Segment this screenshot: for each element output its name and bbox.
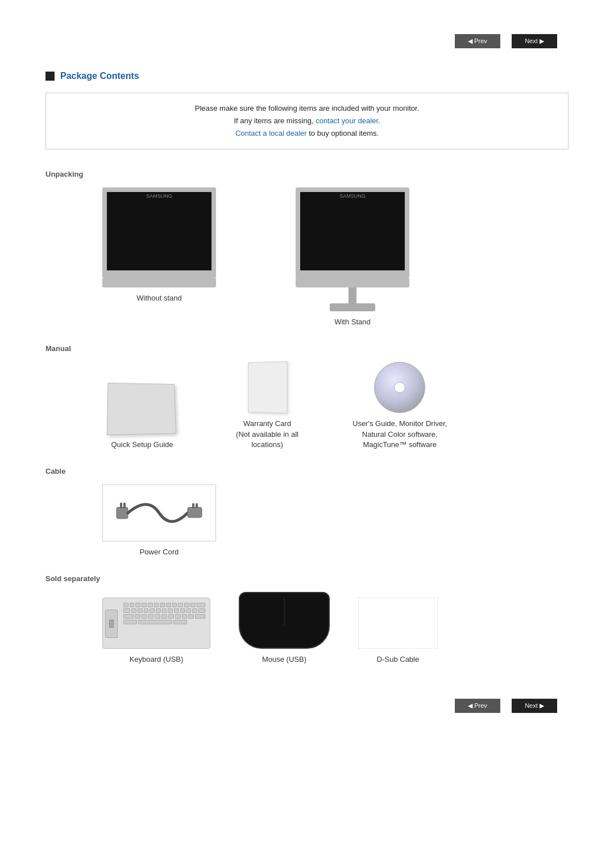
keyboard-label: Keyboard (USB) [130,654,184,665]
cd-image [374,362,425,413]
keyboard-item: Keyboard (USB) [102,598,210,665]
cable-label: Cable [45,467,569,475]
warranty-card-label: Warranty Card (Not available in all loca… [236,419,298,450]
quick-setup-guide-label: Quick Setup Guide [111,440,173,450]
svg-rect-2 [123,503,126,508]
samsung-logo-with-stand: SAMSUNG [300,193,405,199]
top-navigation: ◀ Prev Next ▶ [45,34,569,48]
svg-rect-3 [188,507,202,518]
monitor-bezel-bottom-stand [296,278,409,287]
manual-label: Manual [45,344,569,353]
manual-row: Quick Setup Guide Warranty Card (Not ava… [45,362,569,450]
notice-box: Please make sure the following items are… [45,93,569,149]
mouse-item: Mouse (USB) [239,592,330,665]
local-dealer-link[interactable]: Contact a local dealer [235,129,307,137]
cd-item: User's Guide, Monitor Driver, Natural Co… [352,362,447,450]
mouse-label: Mouse (USB) [262,654,306,665]
monitor-screen-with-stand: SAMSUNG [296,187,409,278]
dsub-cable-item: D-Sub Cable [358,598,438,665]
stand-neck [349,287,356,303]
monitor-with-image: SAMSUNG [296,187,409,311]
power-cord-item: Power Cord [102,485,216,557]
monitor-without-stand: SAMSUNG Without stand [102,187,216,303]
notice-line3b: to buy optional items. [309,129,379,137]
svg-rect-0 [117,507,128,519]
unpacking-label: Unpacking [45,170,569,178]
cable-row: Power Cord [45,485,569,557]
sold-separately-row: Keyboard (USB) Mouse (USB) D-Sub Cable [45,592,569,665]
quick-setup-guide-image [107,383,176,435]
prev-button[interactable]: ◀ Prev [455,34,500,48]
dsub-cable-label: D-Sub Cable [377,654,419,665]
mouse-image [239,592,330,649]
with-stand-label: With Stand [334,317,371,327]
bottom-navigation: ◀ Prev Next ▶ [45,699,569,713]
samsung-logo-no-stand: SAMSUNG [107,193,211,199]
dsub-cable-image [358,598,438,649]
monitor-bezel-bottom [102,278,216,287]
contact-dealer-link[interactable]: contact your dealer. [316,116,380,125]
unpacking-row: SAMSUNG Without stand SAMSUNG With Stand [45,187,569,327]
cd-label: User's Guide, Monitor Driver, Natural Co… [352,419,447,450]
monitor-screen-no-stand: SAMSUNG [102,187,216,278]
warranty-card-item: Warranty Card (Not available in all loca… [227,362,307,450]
monitor-without-image: SAMSUNG [102,187,216,287]
sold-separately-label: Sold separately [45,574,569,583]
warranty-card-image [248,361,287,414]
stand-foot [330,303,375,311]
monitor-with-stand: SAMSUNG With Stand [296,187,409,327]
bullet-icon [45,72,55,81]
without-stand-label: Without stand [136,293,182,303]
svg-rect-4 [192,503,194,508]
svg-rect-1 [120,503,122,508]
stand-assembly [330,287,375,311]
bottom-next-button[interactable]: Next ▶ [512,699,557,713]
svg-rect-5 [196,503,198,508]
bottom-prev-button[interactable]: ◀ Prev [455,699,500,713]
notice-line2: If any items are missing, [234,116,313,125]
power-cord-image [102,485,216,541]
next-button[interactable]: Next ▶ [512,34,557,48]
section-title: Package Contents [60,71,139,81]
section-heading: Package Contents [45,71,569,81]
notice-line1: Please make sure the following items are… [195,104,420,112]
power-cord-svg [114,490,205,536]
keyboard-image [102,598,210,649]
quick-setup-guide-item: Quick Setup Guide [102,383,182,450]
power-cord-label: Power Cord [140,547,179,557]
